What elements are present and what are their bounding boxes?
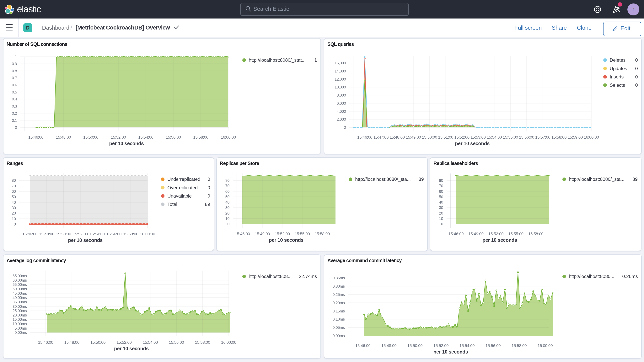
svg-text:0: 0 (208, 176, 210, 182)
svg-text:0.8: 0.8 (12, 69, 17, 73)
svg-text:15:58:00: 15:58:00 (512, 343, 527, 348)
svg-text:12,000: 12,000 (334, 77, 346, 81)
svg-text:Replicas per Store: Replicas per Store (220, 160, 259, 166)
svg-text:70: 70 (226, 184, 230, 188)
svg-text:1: 1 (314, 58, 317, 63)
svg-text:15:54:00: 15:54:00 (460, 343, 475, 348)
svg-text:Underreplicated: Underreplicated (167, 176, 200, 182)
svg-text:10: 10 (226, 216, 230, 221)
svg-text:16,000: 16,000 (334, 61, 346, 65)
svg-text:15:56:00: 15:56:00 (519, 135, 534, 139)
svg-text:http://localhost:8080/_sta...: http://localhost:8080/_sta... (355, 176, 411, 182)
svg-text:Replica leaseholders: Replica leaseholders (434, 160, 478, 166)
svg-text:15:50:00: 15:50:00 (408, 343, 423, 348)
svg-text:0.9: 0.9 (12, 62, 17, 66)
svg-text:15:59:00: 15:59:00 (568, 135, 583, 139)
svg-text:15:50:00: 15:50:00 (90, 340, 106, 344)
svg-text:15:57:00: 15:57:00 (535, 135, 550, 139)
svg-text:0.20ms: 0.20ms (332, 301, 345, 305)
svg-text:15:52:00: 15:52:00 (488, 232, 504, 236)
svg-text:0.10ms: 0.10ms (332, 317, 345, 321)
svg-text:2,000: 2,000 (337, 117, 346, 122)
svg-text:70: 70 (439, 184, 443, 188)
svg-text:15:50:00: 15:50:00 (422, 135, 437, 139)
svg-text:50.00ms: 50.00ms (12, 287, 27, 291)
svg-text:16:00:00: 16:00:00 (221, 135, 236, 139)
svg-text:5.00ms: 5.00ms (15, 326, 27, 330)
svg-text:15:48:00: 15:48:00 (382, 343, 396, 348)
svg-text:60: 60 (226, 189, 230, 194)
svg-text:Number of SQL connections: Number of SQL connections (6, 42, 67, 47)
svg-text:0.30ms: 0.30ms (332, 284, 345, 288)
svg-text:0.15ms: 0.15ms (332, 309, 345, 313)
svg-text:30: 30 (12, 206, 16, 210)
svg-text:15:56:00: 15:56:00 (106, 232, 122, 236)
svg-text:45.00ms: 45.00ms (12, 291, 27, 296)
svg-text:per 10 seconds: per 10 seconds (269, 237, 304, 243)
svg-text:0: 0 (227, 222, 230, 226)
svg-text:15:48:00: 15:48:00 (39, 232, 54, 236)
svg-text:15:58:00: 15:58:00 (528, 232, 544, 236)
svg-text:http://localhost:8080/_sta...: http://localhost:8080/_sta... (569, 176, 624, 182)
svg-text:Average log commit latency: Average log commit latency (6, 258, 66, 263)
svg-text:Ranges: Ranges (6, 160, 23, 166)
svg-text:16:00:00: 16:00:00 (221, 340, 236, 344)
svg-text:0: 0 (635, 66, 638, 71)
svg-text:10: 10 (439, 216, 443, 221)
svg-text:15:46:00: 15:46:00 (235, 232, 250, 236)
svg-text:0.26ms: 0.26ms (622, 274, 638, 279)
svg-text:15:52:00: 15:52:00 (116, 340, 132, 344)
svg-text:0: 0 (635, 58, 638, 63)
svg-text:35.00ms: 35.00ms (12, 300, 27, 304)
svg-text:40: 40 (439, 200, 443, 204)
svg-text:40: 40 (12, 200, 16, 204)
svg-text:60: 60 (439, 189, 443, 194)
svg-text:0.35ms: 0.35ms (332, 276, 345, 280)
svg-text:1: 1 (15, 54, 17, 59)
svg-text:0: 0 (635, 74, 638, 80)
svg-text:0.00ms: 0.00ms (15, 330, 27, 335)
svg-text:15.00ms: 15.00ms (12, 317, 27, 322)
svg-text:0.00ms: 0.00ms (332, 334, 345, 338)
svg-text:65.00ms: 65.00ms (12, 274, 27, 278)
svg-text:0: 0 (14, 222, 16, 226)
svg-text:15:56:00: 15:56:00 (486, 343, 501, 348)
svg-text:Average command commit latency: Average command commit latency (328, 258, 402, 263)
svg-text:16:00:00: 16:00:00 (140, 232, 155, 236)
svg-text:15:54:00: 15:54:00 (138, 135, 154, 139)
svg-text:per 10 seconds: per 10 seconds (455, 141, 490, 146)
svg-text:15:54:00: 15:54:00 (487, 135, 502, 139)
svg-text:14,000: 14,000 (334, 69, 346, 73)
svg-text:30: 30 (226, 206, 230, 210)
svg-text:15:46:00: 15:46:00 (355, 343, 370, 348)
svg-text:15:55:00: 15:55:00 (508, 232, 524, 236)
svg-text:60: 60 (12, 189, 16, 194)
svg-text:80: 80 (12, 178, 16, 182)
svg-text:15:58:00: 15:58:00 (193, 135, 208, 139)
svg-text:Inserts: Inserts (610, 74, 624, 80)
svg-text:15:49:00: 15:49:00 (468, 232, 484, 236)
svg-text:80: 80 (439, 178, 443, 182)
svg-text:15:49:00: 15:49:00 (406, 135, 421, 139)
svg-text:15:48:00: 15:48:00 (390, 135, 405, 139)
svg-text:15:46:00: 15:46:00 (22, 232, 38, 236)
svg-text:http://localhost:8080/_stat...: http://localhost:8080/_stat... (249, 58, 306, 63)
svg-text:20: 20 (226, 211, 230, 215)
svg-text:0: 0 (344, 125, 346, 130)
svg-text:0: 0 (635, 82, 638, 88)
svg-text:50: 50 (226, 195, 230, 199)
svg-text:SQL queries: SQL queries (328, 42, 354, 47)
svg-text:0.6: 0.6 (12, 83, 17, 87)
svg-text:15:58:00: 15:58:00 (123, 232, 138, 236)
svg-text:Selects: Selects (610, 82, 625, 88)
svg-text:0.5: 0.5 (12, 90, 17, 94)
svg-text:22.74ms: 22.74ms (299, 274, 317, 279)
svg-text:0.2: 0.2 (12, 111, 17, 116)
svg-text:16:00:00: 16:00:00 (584, 135, 599, 139)
svg-text:15:56:00: 15:56:00 (169, 340, 184, 344)
svg-text:0.7: 0.7 (12, 76, 17, 80)
svg-text:Deletes: Deletes (610, 58, 626, 63)
svg-text:15:51:00: 15:51:00 (438, 135, 453, 139)
svg-text:15:58:00: 15:58:00 (195, 340, 210, 344)
svg-text:15:52:00: 15:52:00 (275, 232, 290, 236)
